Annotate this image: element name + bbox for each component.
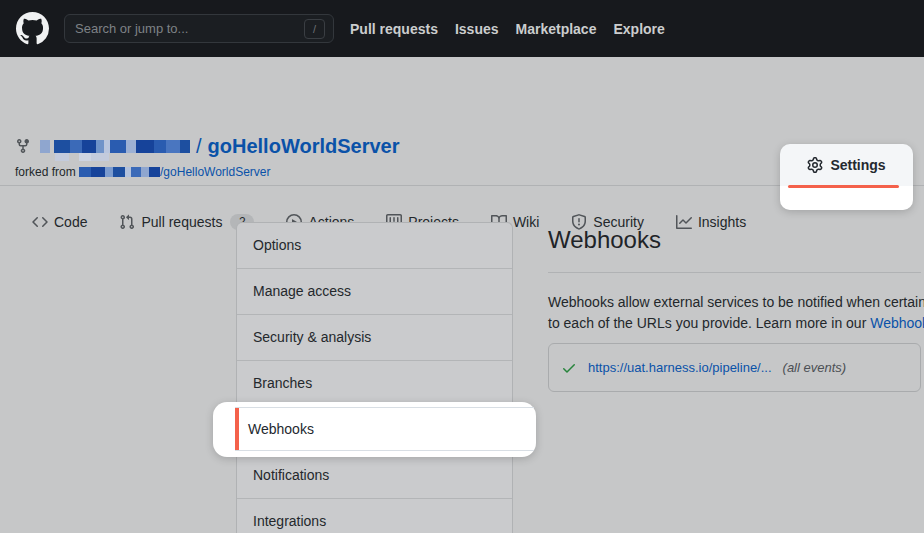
tab-insights[interactable]: Insights [676, 214, 746, 230]
nav-pull-requests[interactable]: Pull requests [350, 21, 438, 37]
check-icon [561, 360, 577, 376]
tab-settings[interactable]: Settings [780, 152, 913, 178]
description-text: to each of the URLs you provide. Learn m… [548, 315, 870, 331]
top-header: / Pull requests Issues Marketplace Explo… [0, 0, 924, 57]
github-logo-icon[interactable] [16, 12, 49, 45]
tab-label: Code [54, 214, 87, 230]
tab-label: Settings [830, 157, 885, 173]
nav-explore[interactable]: Explore [613, 21, 664, 37]
tab-label: Insights [698, 214, 746, 230]
sidebar-item-security-analysis[interactable]: Security & analysis [237, 315, 512, 361]
sidebar-item-options[interactable]: Options [237, 223, 512, 269]
gear-icon [807, 157, 823, 173]
header-nav: Pull requests Issues Marketplace Explore [350, 0, 665, 57]
title-divider [548, 272, 921, 273]
sidebar-item-integrations[interactable]: Integrations [237, 499, 512, 533]
repo-forked-icon [15, 138, 31, 154]
nav-issues[interactable]: Issues [455, 21, 499, 37]
global-search: / [64, 14, 334, 43]
sidebar-item-branches[interactable]: Branches [237, 361, 512, 407]
settings-tab-spotlight: Settings [780, 144, 913, 210]
search-input[interactable] [73, 20, 304, 37]
active-item-indicator [235, 408, 239, 450]
slash-shortcut-badge: / [304, 19, 325, 39]
masked-upstream-owner [79, 167, 160, 177]
sidebar-item-manage-access[interactable]: Manage access [237, 269, 512, 315]
webhooks-guide-link[interactable]: Webhooks Guide [870, 315, 924, 331]
sidebar-item-label: Webhooks [235, 408, 534, 450]
settings-sidebar: Options Manage access Security & analysi… [236, 222, 513, 533]
graph-icon [676, 214, 692, 230]
active-tab-underline [788, 185, 899, 188]
code-icon [32, 214, 48, 230]
nav-marketplace[interactable]: Marketplace [516, 21, 597, 37]
tab-label: Wiki [513, 214, 539, 230]
forked-from-line: forked from /goHelloWorldServer [15, 165, 271, 179]
sidebar-item-webhooks[interactable]: Webhooks [235, 407, 534, 451]
sidebar-item-notifications[interactable]: Notifications [237, 453, 512, 499]
repo-name-link[interactable]: goHelloWorldServer [208, 135, 400, 158]
webhooks-description-line1: Webhooks allow external services to be n… [548, 294, 924, 310]
tab-code[interactable]: Code [32, 214, 87, 230]
tab-pull-requests[interactable]: Pull requests 2 [119, 214, 254, 230]
webhook-events-scope: (all events) [783, 360, 847, 375]
git-pull-request-icon [119, 214, 135, 230]
forked-from-label: forked from [15, 165, 76, 179]
repo-path-separator: / [196, 135, 202, 158]
masked-owner-name-blur [55, 153, 109, 161]
webhooks-item-spotlight: Webhooks [213, 402, 536, 457]
page-title: Webhooks [548, 226, 661, 254]
github-repo-settings-page: / Pull requests Issues Marketplace Explo… [0, 0, 924, 533]
tab-label: Pull requests [141, 214, 222, 230]
webhook-list-item: https://uat.harness.io/pipeline/... (all… [548, 343, 921, 392]
webhook-url-link[interactable]: https://uat.harness.io/pipeline/... [588, 360, 772, 375]
webhooks-description-line2: to each of the URLs you provide. Learn m… [548, 315, 924, 331]
upstream-repo-link[interactable]: /goHelloWorldServer [160, 165, 271, 179]
masked-owner-name [40, 140, 190, 153]
